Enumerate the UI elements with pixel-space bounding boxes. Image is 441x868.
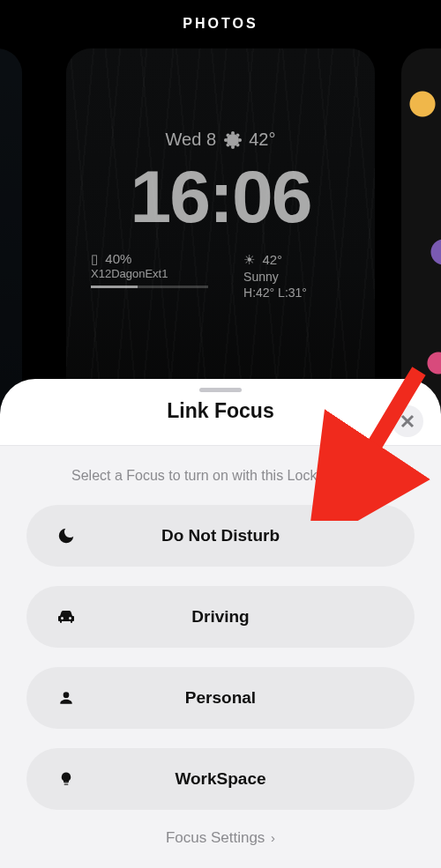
focus-label: Personal [53, 688, 388, 708]
close-icon [400, 414, 415, 428]
lockscreen-clock: 16:06 [66, 154, 375, 240]
close-button[interactable] [392, 405, 423, 437]
focus-personal[interactable]: Personal [26, 667, 415, 729]
battery-widget: ▯ 40% X12DagonExt1 [91, 251, 208, 300]
focus-label: Driving [53, 607, 388, 627]
battery-bar [91, 286, 208, 288]
weather-temp: 42° [262, 252, 282, 267]
weather-widget: ☀︎ 42° Sunny H:42° L:31° [243, 251, 350, 300]
focus-driving[interactable]: Driving [26, 586, 415, 648]
lockscreen-day: Wed 8 [166, 130, 216, 149]
lockscreen-carousel[interactable]: Wed 8 42° 16:06 ▯ 40% X12DagonExt1 ☀︎ 42… [0, 48, 441, 419]
battery-pct: 40% [105, 251, 131, 266]
settings-label: Focus Settings [166, 829, 265, 846]
focus-label: Do Not Disturb [53, 526, 388, 545]
gallery-label: PHOTOS [0, 16, 441, 32]
focus-settings-link[interactable]: Focus Settings › [26, 829, 415, 847]
focus-do-not-disturb[interactable]: Do Not Disturb [26, 505, 415, 567]
sun-small-icon: ☀︎ [243, 252, 255, 267]
sheet-grabber[interactable] [199, 388, 242, 392]
sheet-body: Select a Focus to turn on with this Lock… [0, 445, 441, 868]
focus-workspace[interactable]: WorkSpace [26, 748, 415, 810]
weather-cond: Sunny [243, 269, 350, 285]
lockscreen-card-prev[interactable] [0, 48, 22, 419]
lockscreen-card-current[interactable]: Wed 8 42° 16:06 ▯ 40% X12DagonExt1 ☀︎ 42… [66, 48, 375, 419]
focus-label: WorkSpace [53, 769, 388, 789]
weather-hilo: H:42° L:31° [243, 285, 350, 300]
lockscreen-temp-inline: 42° [249, 130, 275, 149]
phone-icon: ▯ [91, 251, 98, 266]
lockscreen-widgets: ▯ 40% X12DagonExt1 ☀︎ 42° Sunny H:42° L:… [66, 251, 375, 300]
link-focus-sheet: Link Focus Select a Focus to turn on wit… [0, 379, 441, 868]
sun-icon [227, 134, 239, 146]
chevron-right-icon: › [271, 830, 275, 845]
sheet-subtitle: Select a Focus to turn on with this Lock… [26, 468, 415, 484]
lockscreen-card-next[interactable] [401, 48, 441, 419]
sheet-title: Link Focus [0, 399, 441, 423]
lockscreen-dateline: Wed 8 42° [66, 130, 375, 150]
network-name: X12DagonExt1 [91, 267, 208, 280]
